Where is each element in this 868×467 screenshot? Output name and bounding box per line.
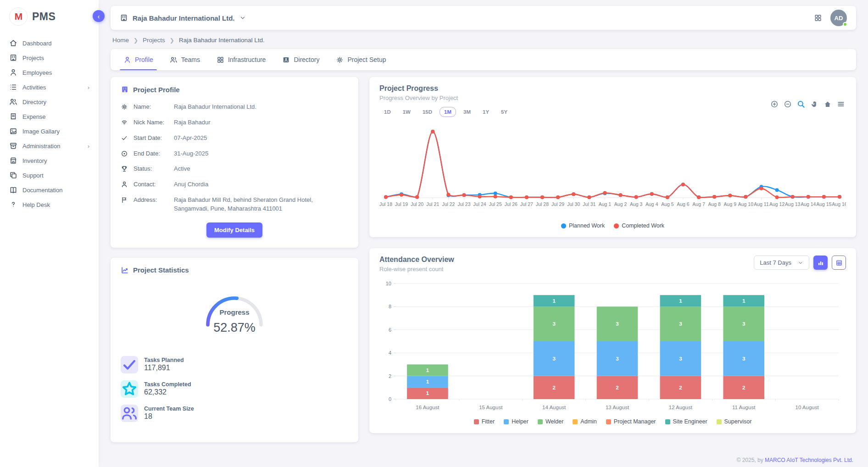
legend-admin[interactable]: Admin [573,418,596,425]
svg-text:1: 1 [426,379,429,384]
svg-text:Aug 6: Aug 6 [677,201,690,207]
pan-icon[interactable] [810,100,818,108]
building-icon [9,54,17,62]
legend-helper[interactable]: Helper [504,418,529,425]
range-1w[interactable]: 1W [398,107,415,117]
legend-site-engineer[interactable]: Site Engineer [665,418,707,425]
data-point [744,195,747,199]
tab-profile[interactable]: Profile [115,49,161,70]
data-point [728,194,732,197]
breadcrumb-home[interactable]: Home [112,37,129,44]
svg-text:2: 2 [616,385,618,390]
chart-line-icon [121,266,129,274]
data-point [822,195,826,199]
data-point [415,195,419,199]
building-icon [120,13,128,22]
data-point [666,195,669,199]
legend-planned-work[interactable]: Planned Work [561,222,605,229]
project-statistics-card: Project Statistics Progress [111,258,358,442]
tab-infrastructure[interactable]: Infrastructure [208,49,274,70]
sidebar-item-administration[interactable]: Administration › [0,139,99,153]
sidebar-item-directory[interactable]: Directory [0,95,99,109]
sidebar-item-expense[interactable]: Expense [0,109,99,124]
field-address: Address: Raja Bahadur Mill Rd, behind Sh… [121,196,348,213]
range-1m[interactable]: 1M [440,107,456,117]
target-icon [121,150,128,157]
project-profile-card: Project Profile Name: Raja Bahadur Inter… [111,77,358,248]
data-point [478,195,482,199]
range-1d[interactable]: 1D [379,107,395,117]
series-planned-work [386,132,840,198]
legend-welder[interactable]: Welder [538,418,563,425]
app-logo[interactable]: M PMS [0,0,99,36]
sidebar-item-image-gallery[interactable]: Image Gallary [0,124,99,139]
tab-project-setup[interactable]: Project Setup [328,49,394,70]
zoom-out-icon[interactable] [784,100,792,108]
legend-marker [538,419,543,424]
svg-text:Aug 12: Aug 12 [769,201,785,207]
svg-text:Aug 16: Aug 16 [832,201,846,207]
data-point [509,195,513,199]
company-selector[interactable]: Raja Bahadur International Ltd. [120,13,246,22]
range-3m[interactable]: 3M [459,107,475,117]
menu-icon[interactable] [837,100,845,108]
svg-text:16 August: 16 August [416,405,440,410]
range-1y[interactable]: 1Y [478,107,494,117]
sidebar-collapse-button[interactable]: ‹ [93,10,105,22]
chevron-right-icon: ❯ [170,37,174,44]
days-range-select[interactable]: Last 7 Days [754,256,809,270]
user-icon [123,56,131,64]
gauge-value: 52.87% [213,321,256,335]
field-nick-name: Nick Name: Raja Bahadur [121,118,348,127]
footer-company-link[interactable]: MARCO AIoT Technologies Pvt. Ltd. [765,457,853,463]
tab-teams[interactable]: Teams [161,49,208,70]
attendance-bar-chart[interactable]: 024681011116 August15 August233114 Augus… [379,277,846,416]
stat-items: Tasks Planned 117,891 Tasks Completed 62… [121,356,348,422]
sidebar-item-employees[interactable]: Employees [0,65,99,80]
progress-line-chart[interactable]: Jul 18Jul 19Jul 20Jul 21Jul 22Jul 23Jul … [379,120,846,220]
svg-text:10: 10 [386,281,391,286]
svg-text:Aug 1: Aug 1 [599,201,612,207]
tab-directory[interactable]: Directory [274,49,328,70]
sidebar-item-help-desk[interactable]: Help Desk [0,197,99,212]
check-icon [121,356,138,373]
legend-project-manager[interactable]: Project Manager [606,418,656,425]
list-icon [9,83,17,91]
svg-text:Jul 24: Jul 24 [473,201,486,207]
range-15d[interactable]: 15D [418,107,437,117]
sidebar-item-support[interactable]: Support [0,168,99,183]
legend-completed-work[interactable]: Completed Work [614,222,664,229]
selection-zoom-icon[interactable] [797,100,805,108]
sidebar-item-projects[interactable]: Projects [0,50,99,65]
breadcrumb: Home ❯ Projects ❯ Raja Bahadur Internati… [111,30,856,49]
sidebar-item-documentation[interactable]: Documentation [0,183,99,197]
legend-supervisor[interactable]: Supervisor [717,418,752,425]
svg-text:3: 3 [552,356,555,361]
logo-icon: M [9,7,28,26]
range-5y[interactable]: 5Y [496,107,512,117]
sidebar-item-dashboard[interactable]: Dashboard [0,36,99,50]
company-name: Raja Bahadur International Ltd. [133,14,235,22]
legend-fitter[interactable]: Fitter [474,418,495,425]
zoom-in-icon[interactable] [770,100,779,108]
modify-details-button[interactable]: Modify Details [206,222,262,238]
svg-text:2: 2 [389,373,391,379]
svg-text:Jul 22: Jul 22 [442,201,455,207]
id-card-icon [282,56,290,64]
field-status: Status: Active [121,165,348,173]
sidebar-item-inventory[interactable]: Inventory [0,153,99,168]
home-reset-icon[interactable] [823,100,832,108]
user-avatar[interactable]: AD [830,10,847,26]
chevron-right-icon: ❯ [134,37,138,44]
bar-chart-view-button[interactable] [813,256,828,270]
online-status-dot [843,22,847,27]
data-point [759,187,763,190]
apps-grid-icon[interactable] [814,13,822,22]
breadcrumb-projects[interactable]: Projects [143,37,165,44]
sidebar-item-activities[interactable]: Activities › [0,80,99,95]
svg-text:3: 3 [742,356,745,361]
svg-text:Jul 19: Jul 19 [395,201,408,207]
data-point [462,193,466,197]
table-view-button[interactable] [832,256,846,270]
legend-marker [561,223,566,228]
